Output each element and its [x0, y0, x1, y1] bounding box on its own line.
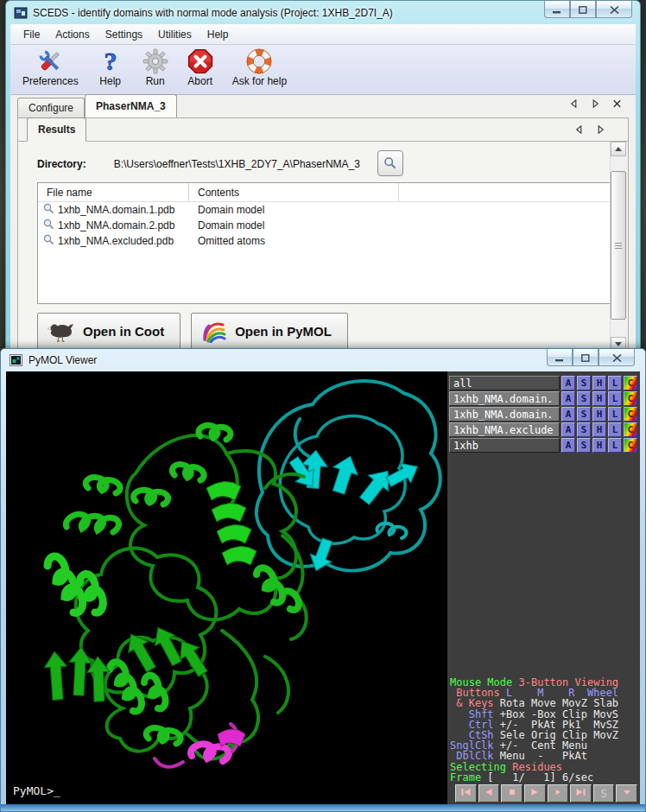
scrollbar-up-button[interactable] — [611, 142, 626, 156]
object-l-button[interactable]: L — [608, 422, 622, 437]
sceds-close-button[interactable] — [596, 1, 632, 18]
object-c-button[interactable]: C — [624, 407, 637, 422]
tab-phasernma_3[interactable]: PhaserNMA_3 — [85, 94, 177, 117]
tool-run[interactable]: Run — [139, 48, 172, 88]
command-prompt[interactable]: PyMOL>_ — [13, 784, 60, 797]
play-button[interactable] — [524, 784, 546, 802]
scene-button[interactable]: S — [593, 784, 615, 802]
sceds-minimize-button[interactable] — [544, 1, 570, 18]
directory-value: B:\Users\oeffner\Tests\1XHB_2DY7_A\Phase… — [114, 158, 360, 170]
tool-preferences[interactable]: Preferences — [19, 48, 82, 88]
object-s-button[interactable]: S — [577, 422, 591, 437]
object-row: 1xhb_NMA.domain.ASHLC — [449, 407, 637, 422]
prev-tab-icon[interactable] — [569, 98, 579, 109]
browse-directory-button[interactable] — [377, 150, 403, 176]
pymol-maximize-button[interactable] — [573, 349, 598, 366]
gear-icon — [142, 48, 168, 74]
column-header-file-name: File name — [38, 183, 189, 201]
object-row: 1xhb_NMA.domain.ASHLC — [449, 391, 637, 406]
open-in-pymol-button[interactable]: Open in PyMOL — [191, 313, 348, 350]
magnifier-icon — [43, 234, 54, 248]
menu-item-settings[interactable]: Settings — [98, 25, 150, 44]
object-s-button[interactable]: S — [577, 376, 591, 390]
table-row[interactable]: 1xhb_NMA.domain.2.pdbDomain model — [38, 218, 619, 233]
down-arrow-button[interactable] — [616, 784, 637, 802]
object-s-button[interactable]: S — [577, 438, 591, 453]
object-l-button[interactable]: L — [608, 376, 622, 390]
object-name[interactable]: 1xhb_NMA.domain. — [449, 391, 560, 406]
prev-inner-tab-icon[interactable] — [574, 124, 584, 135]
coot-bird-icon — [47, 318, 76, 345]
object-h-button[interactable]: H — [592, 407, 606, 422]
object-a-button[interactable]: A — [561, 422, 575, 437]
tool-label: Abort — [187, 75, 212, 87]
menu-item-utilities[interactable]: Utilities — [150, 25, 200, 44]
tool-label: Preferences — [22, 75, 79, 87]
pymol-close-button[interactable] — [598, 349, 635, 366]
object-s-button[interactable]: S — [577, 407, 591, 422]
mouse-panel-line: Frame [ 1/ 1] 6/sec — [450, 772, 618, 783]
pymol-app-icon — [10, 354, 22, 366]
object-c-button[interactable]: C — [624, 376, 637, 390]
object-h-button[interactable]: H — [592, 391, 606, 406]
step-forward-button[interactable] — [548, 784, 569, 802]
object-a-button[interactable]: A — [561, 438, 575, 453]
tab-results[interactable]: Results — [27, 117, 86, 142]
abort-icon — [187, 48, 213, 74]
magnifier-icon — [43, 219, 54, 232]
object-h-button[interactable]: H — [592, 376, 606, 390]
close-tab-icon[interactable] — [612, 98, 622, 109]
object-a-button[interactable]: A — [561, 376, 575, 390]
pymol-bottom-border — [1, 804, 645, 811]
step-forward-icon — [553, 787, 563, 800]
magnifier-icon — [43, 203, 54, 217]
object-s-button[interactable]: S — [577, 391, 591, 406]
object-name[interactable]: 1xhb — [449, 438, 560, 453]
skip-end-button[interactable] — [570, 784, 592, 802]
next-inner-tab-icon[interactable] — [596, 124, 605, 135]
next-tab-icon[interactable] — [591, 98, 600, 109]
object-h-button[interactable]: H — [592, 422, 606, 437]
contents-cell: Domain model — [189, 219, 399, 232]
scrollbar-track[interactable] — [610, 142, 627, 352]
tab-configure[interactable]: Configure — [17, 98, 85, 117]
stop-icon — [507, 787, 517, 800]
object-c-button[interactable]: C — [624, 422, 637, 437]
table-row[interactable]: 1xhb_NMA.domain.1.pdbDomain model — [38, 202, 619, 218]
maximize-icon — [581, 350, 590, 365]
sceds-app-icon — [14, 6, 28, 20]
sceds-client-area: FileActionsSettingsUtilitiesHelp Prefere… — [10, 24, 636, 357]
pymol-titlebar[interactable]: PyMOL Viewer — [1, 349, 645, 371]
tool-help[interactable]: ?Help — [94, 48, 127, 88]
object-name[interactable]: 1xhb_NMA.domain. — [449, 407, 560, 422]
step-back-button[interactable] — [478, 784, 500, 802]
pymol-minimize-button[interactable] — [547, 349, 573, 366]
object-l-button[interactable]: L — [608, 438, 622, 453]
table-row[interactable]: 1xhb_NMA.excluded.pdbOmitted atoms — [38, 233, 619, 249]
object-a-button[interactable]: A — [561, 391, 575, 406]
stop-button[interactable] — [501, 784, 522, 802]
skip-start-button[interactable] — [455, 784, 477, 802]
object-c-button[interactable]: C — [624, 438, 637, 453]
object-name[interactable]: 1xhb_NMA.exclude — [449, 422, 560, 437]
object-l-button[interactable]: L — [608, 391, 622, 406]
sceds-titlebar[interactable]: SCEDS - identify domains with normal mod… — [6, 1, 640, 24]
sceds-maximize-button[interactable] — [570, 1, 596, 18]
menu-item-file[interactable]: File — [16, 25, 48, 44]
svg-text:?: ? — [104, 48, 117, 74]
object-l-button[interactable]: L — [608, 407, 622, 422]
menu-item-actions[interactable]: Actions — [48, 25, 97, 44]
question-icon: ? — [98, 48, 124, 74]
menu-item-help[interactable]: Help — [200, 25, 237, 44]
tool-abort[interactable]: Abort — [184, 48, 217, 88]
object-a-button[interactable]: A — [561, 407, 575, 422]
open-in-coot-button[interactable]: Open in Coot — [37, 313, 180, 350]
minimize-icon — [555, 350, 564, 365]
object-c-button[interactable]: C — [624, 391, 637, 406]
scrollbar-thumb[interactable] — [611, 171, 626, 320]
molecule-viewport[interactable]: PyMOL>_ — [6, 371, 447, 804]
object-row: allASHLC — [449, 376, 637, 390]
object-name[interactable]: all — [449, 376, 560, 390]
tool-ask-for-help[interactable]: Ask for help — [229, 48, 290, 88]
object-h-button[interactable]: H — [592, 438, 606, 453]
